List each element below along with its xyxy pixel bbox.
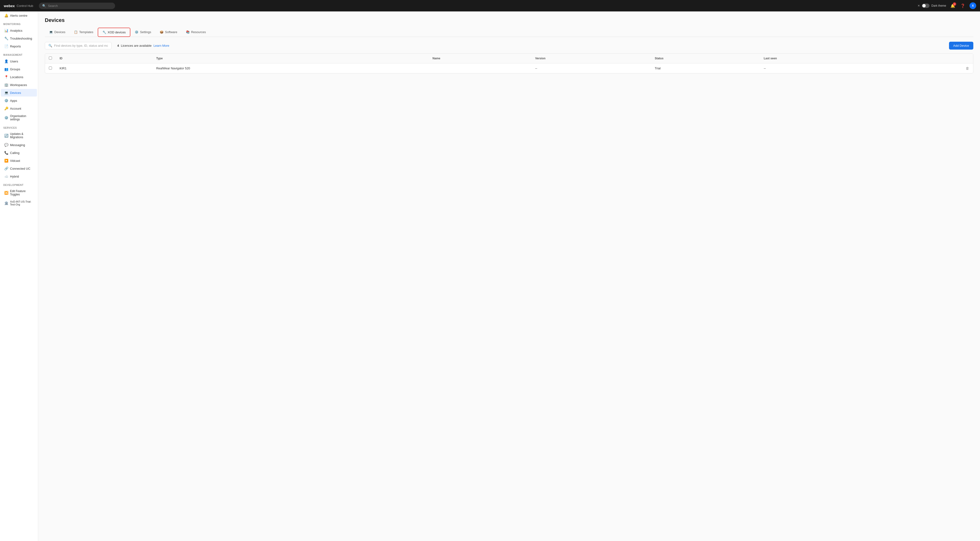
sidebar-item-label: Reports xyxy=(10,45,21,48)
tab-templates[interactable]: 📋 Templates xyxy=(70,28,97,37)
devices-table: ID Type Name Version Status Last seen xyxy=(45,54,973,73)
licence-text: Licences are available xyxy=(121,44,151,48)
tab-settings[interactable]: ⚙️ Settings xyxy=(130,28,155,37)
tab-xod-devices[interactable]: 🔧 XOD devices xyxy=(98,28,130,37)
sidebar-item-org-name[interactable]: 🏛️ XoD-INT-US-Trial-Test-Org xyxy=(1,198,37,208)
sidebar-item-feature-toggles[interactable]: 🔀 Edit Feature Toggles xyxy=(1,188,37,198)
sidebar: 🔔 Alerts centre MONITORING 📊 Analytics 🔧… xyxy=(0,11,38,541)
hybrid-icon: ☁️ xyxy=(4,175,8,178)
theme-label: Dark theme xyxy=(931,4,946,7)
main-layout: 🔔 Alerts centre MONITORING 📊 Analytics 🔧… xyxy=(0,11,980,541)
search-icon: 🔍 xyxy=(48,44,52,48)
device-search-input[interactable] xyxy=(54,44,108,48)
delete-device-button[interactable]: 🗑 xyxy=(966,66,969,70)
calling-icon: 📞 xyxy=(4,151,8,155)
sidebar-item-label: Vidcast xyxy=(10,159,20,162)
sidebar-item-apps[interactable]: ⚙️ Apps xyxy=(1,97,37,104)
notification-badge: 1 xyxy=(953,2,956,6)
sidebar-item-org-settings[interactable]: ⚙️ Organisation settings xyxy=(1,113,37,123)
content-toolbar: 🔍 4 Licences are available Learn More Ad… xyxy=(45,42,973,49)
sidebar-item-connected-uc[interactable]: 🔗 Connected UC xyxy=(1,165,37,172)
connected-uc-icon: 🔗 xyxy=(4,167,8,170)
updates-icon: 🔄 xyxy=(4,134,8,137)
cell-last-seen: -- xyxy=(760,64,899,73)
sidebar-item-vidcast[interactable]: ▶️ Vidcast xyxy=(1,157,37,164)
row-select-checkbox[interactable] xyxy=(49,67,52,70)
app-logo: webex Control Hub xyxy=(4,4,33,8)
add-device-button[interactable]: Add Device xyxy=(949,42,973,49)
sidebar-item-label: Troubleshooting xyxy=(10,37,32,40)
users-icon: 👤 xyxy=(4,59,8,63)
tab-devices[interactable]: 💻 Devices xyxy=(45,28,70,37)
sidebar-item-hybrid[interactable]: ☁️ Hybrid xyxy=(1,173,37,180)
page-tabs: 💻 Devices 📋 Templates 🔧 XOD devices ⚙️ S… xyxy=(45,28,973,37)
header-version: Version xyxy=(531,54,651,64)
sidebar-item-groups[interactable]: 👥 Groups xyxy=(1,65,37,73)
search-icon: 🔍 xyxy=(42,4,46,8)
tab-resources[interactable]: 📚 Resources xyxy=(181,28,210,37)
vidcast-icon: ▶️ xyxy=(4,159,8,162)
apps-icon: ⚙️ xyxy=(4,99,8,102)
section-services: SERVICES xyxy=(0,123,38,130)
sidebar-item-updates[interactable]: 🔄 Updates & Migrations xyxy=(1,130,37,141)
device-search-box[interactable]: 🔍 xyxy=(45,42,111,49)
sidebar-item-devices[interactable]: 💻 Devices xyxy=(1,89,37,97)
cell-version: -- xyxy=(531,64,651,73)
sidebar-item-label: Analytics xyxy=(10,29,22,32)
learn-more-link[interactable]: Learn More xyxy=(153,44,169,48)
tab-software[interactable]: 📦 Software xyxy=(155,28,181,37)
select-all-checkbox[interactable] xyxy=(49,56,52,60)
software-tab-icon: 📦 xyxy=(160,30,164,34)
user-avatar[interactable]: X xyxy=(969,2,976,9)
sidebar-item-label: Updates & Migrations xyxy=(10,132,33,139)
section-development: DEVELOPMENT xyxy=(0,180,38,187)
search-bar[interactable]: 🔍 xyxy=(39,3,115,9)
sidebar-item-label: Apps xyxy=(10,99,17,102)
messaging-icon: 💬 xyxy=(4,143,8,147)
header-name: Name xyxy=(429,54,531,64)
cell-status: Trial xyxy=(651,64,760,73)
sidebar-item-alerts-centre[interactable]: 🔔 Alerts centre xyxy=(1,12,37,19)
sidebar-item-label: Locations xyxy=(10,75,23,79)
section-management: MANAGEMENT xyxy=(0,50,38,57)
dark-theme-toggle[interactable] xyxy=(922,3,929,8)
notifications-icon[interactable]: 🔔 1 xyxy=(950,2,956,9)
settings-tab-icon: ⚙️ xyxy=(135,30,138,34)
cell-name xyxy=(429,64,531,73)
sidebar-item-troubleshooting[interactable]: 🔧 Troubleshooting xyxy=(1,35,37,42)
sidebar-item-label: Hybrid xyxy=(10,175,19,178)
alerts-icon: 🔔 xyxy=(4,14,8,18)
workspaces-icon: 🏢 xyxy=(4,83,8,87)
sidebar-item-reports[interactable]: 📄 Reports xyxy=(1,43,37,50)
theme-x-icon: ✕ xyxy=(918,4,920,7)
tab-label: Resources xyxy=(191,30,206,34)
troubleshooting-icon: 🔧 xyxy=(4,37,8,40)
analytics-icon: 📊 xyxy=(4,29,8,32)
licence-info: 4 Licences are available Learn More xyxy=(117,44,169,48)
sidebar-item-label: Alerts centre xyxy=(10,14,27,18)
sidebar-item-account[interactable]: 🔑 Account xyxy=(1,105,37,112)
sidebar-item-workspaces[interactable]: 🏢 Workspaces xyxy=(1,81,37,89)
sidebar-item-users[interactable]: 👤 Users xyxy=(1,57,37,65)
sidebar-item-locations[interactable]: 📍 Locations xyxy=(1,73,37,81)
reports-icon: 📄 xyxy=(4,45,8,48)
header-actions xyxy=(899,54,973,64)
xod-tab-icon: 🔧 xyxy=(102,30,106,34)
toggle-knob xyxy=(922,4,926,7)
sidebar-item-calling[interactable]: 📞 Calling xyxy=(1,149,37,157)
devices-table-container: ID Type Name Version Status Last seen xyxy=(45,53,973,73)
sidebar-item-label: Organisation settings xyxy=(10,115,33,121)
sidebar-item-analytics[interactable]: 📊 Analytics xyxy=(1,27,37,34)
sidebar-item-label: Devices xyxy=(10,91,21,95)
feature-toggles-icon: 🔀 xyxy=(4,191,8,195)
sidebar-item-label: Groups xyxy=(10,67,20,71)
sidebar-item-label: Messaging xyxy=(10,143,25,147)
app-name: Control Hub xyxy=(17,4,33,8)
search-input[interactable] xyxy=(48,4,112,8)
header-checkbox-cell xyxy=(45,54,56,64)
cell-actions: 🗑 xyxy=(899,64,973,73)
sidebar-item-messaging[interactable]: 💬 Messaging xyxy=(1,141,37,149)
top-navigation: webex Control Hub 🔍 ✕ Dark theme 🔔 1 ❓ X xyxy=(0,0,980,11)
help-icon[interactable]: ❓ xyxy=(959,2,966,9)
sidebar-item-label: XoD-INT-US-Trial-Test-Org xyxy=(10,200,33,206)
